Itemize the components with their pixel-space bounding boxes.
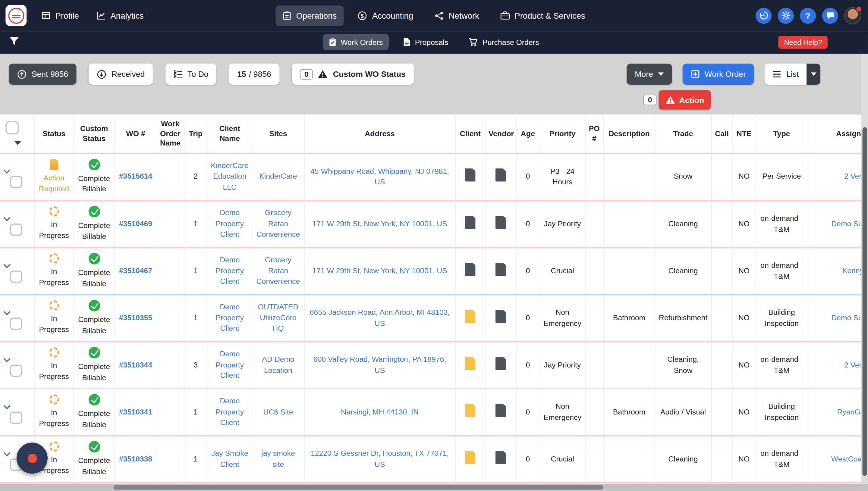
action-count-badge: 0 bbox=[643, 94, 656, 105]
client-name-link[interactable]: Demo Property Client bbox=[216, 209, 244, 238]
vendor-invoice-icon[interactable] bbox=[496, 357, 506, 370]
client-invoice-icon[interactable] bbox=[465, 168, 476, 182]
view-dropdown-button[interactable] bbox=[807, 63, 820, 85]
client-name-link[interactable]: KinderCare Education LLC bbox=[211, 162, 248, 191]
wo-number-link[interactable]: #3510338 bbox=[119, 455, 152, 463]
client-invoice-icon[interactable] bbox=[465, 216, 476, 229]
assigned-link[interactable]: 2 Ver bbox=[844, 360, 861, 369]
chat-button[interactable] bbox=[822, 7, 838, 24]
client-invoice-icon[interactable] bbox=[465, 263, 476, 276]
tab-work-orders[interactable]: Work Orders bbox=[323, 34, 389, 50]
site-link[interactable]: Grocery Ratan Convenience bbox=[256, 256, 300, 286]
filter-button[interactable] bbox=[9, 36, 19, 46]
address-link[interactable]: 6655 Jackson Road, Ann Arbor, MI 48103, … bbox=[310, 308, 450, 327]
nav-network[interactable]: Network bbox=[427, 5, 486, 26]
horizontal-scrollbar[interactable] bbox=[0, 484, 861, 491]
assigned-link[interactable]: Kenny bbox=[842, 267, 861, 275]
select-dropdown-icon[interactable] bbox=[15, 141, 21, 145]
nav-accounting[interactable]: $ Accounting bbox=[351, 5, 420, 26]
site-link[interactable]: jay smoke site bbox=[261, 449, 295, 468]
expand-chevron-icon[interactable] bbox=[3, 167, 10, 174]
help-button[interactable]: ? bbox=[800, 7, 816, 24]
received-button[interactable]: Received bbox=[89, 63, 153, 85]
expand-chevron-icon[interactable] bbox=[3, 449, 10, 456]
client-invoice-icon[interactable] bbox=[465, 404, 476, 417]
client-name-link[interactable]: Jay Smoke Client bbox=[211, 449, 248, 468]
list-view-button[interactable]: List bbox=[765, 63, 807, 85]
client-name-link[interactable]: Demo Property Client bbox=[216, 397, 244, 427]
address-link[interactable]: Narsingi, MH 44130, IN bbox=[341, 408, 419, 416]
row-checkbox[interactable] bbox=[10, 270, 22, 282]
horizontal-scrollbar-thumb[interactable] bbox=[114, 485, 604, 490]
new-work-order-button[interactable]: Work Order bbox=[682, 63, 754, 85]
client-name-link[interactable]: Demo Property Client bbox=[216, 303, 244, 333]
nav-operations[interactable]: Operations bbox=[276, 5, 344, 26]
wo-number-link[interactable]: #3510467 bbox=[119, 267, 152, 275]
client-name-link[interactable]: Demo Property Client bbox=[216, 256, 244, 286]
row-checkbox[interactable] bbox=[10, 411, 22, 424]
vertical-scrollbar[interactable] bbox=[861, 54, 868, 491]
complete-check-icon bbox=[88, 441, 100, 453]
sent-button[interactable]: Sent 9856 bbox=[9, 63, 76, 85]
row-checkbox[interactable] bbox=[10, 223, 22, 235]
vendor-invoice-icon[interactable] bbox=[496, 263, 506, 276]
site-link[interactable]: Grocery Ratan Convenience bbox=[256, 209, 300, 238]
expand-chevron-icon[interactable] bbox=[3, 355, 10, 362]
expand-chevron-icon[interactable] bbox=[3, 261, 10, 268]
company-logo[interactable] bbox=[5, 5, 27, 26]
nav-profile[interactable]: Profile bbox=[34, 5, 86, 26]
wo-number-link[interactable]: #3510469 bbox=[119, 220, 152, 228]
expand-chevron-icon[interactable] bbox=[3, 402, 10, 409]
nav-analytics[interactable]: Analytics bbox=[89, 5, 151, 26]
header-assigned: Assigned bbox=[808, 114, 861, 153]
expand-chevron-icon[interactable] bbox=[3, 308, 10, 315]
todo-button[interactable]: To Do bbox=[165, 63, 217, 85]
header-wo-number: WO # bbox=[114, 114, 157, 153]
client-name-link[interactable]: Demo Property Client bbox=[216, 350, 244, 379]
assigned-link[interactable]: 2 Ver bbox=[844, 172, 861, 181]
wo-number-link[interactable]: #3510341 bbox=[119, 408, 152, 416]
client-invoice-icon[interactable] bbox=[465, 451, 476, 464]
custom-wo-status-button[interactable]: 0 Custom WO Status bbox=[292, 63, 414, 85]
assigned-link[interactable]: RyanGott bbox=[837, 408, 861, 416]
vendor-invoice-icon[interactable] bbox=[496, 451, 506, 464]
select-all-checkbox[interactable] bbox=[5, 121, 19, 134]
address-link[interactable]: 12220 S Gessner Dr, Houston, TX 77071, U… bbox=[311, 449, 449, 468]
row-checkbox[interactable] bbox=[10, 364, 22, 376]
history-button[interactable] bbox=[756, 7, 772, 24]
vendor-invoice-icon[interactable] bbox=[496, 216, 506, 229]
expand-chevron-icon[interactable] bbox=[3, 214, 10, 221]
site-link[interactable]: AD Demo Location bbox=[262, 355, 294, 374]
address-link[interactable]: 45 Whippany Road, Whippany, NJ 07981, US bbox=[310, 167, 449, 186]
assigned-link[interactable]: Demo Subco bbox=[831, 220, 861, 228]
site-link[interactable]: UC6 Site bbox=[263, 408, 293, 416]
site-link[interactable]: KinderCare bbox=[259, 172, 297, 181]
vendor-invoice-icon[interactable] bbox=[496, 404, 506, 417]
client-invoice-icon[interactable] bbox=[465, 310, 476, 323]
assigned-link[interactable]: Demo Subco bbox=[831, 314, 861, 322]
assigned-link[interactable]: WestCoast S bbox=[831, 455, 861, 463]
vertical-scrollbar-thumb[interactable] bbox=[863, 127, 867, 475]
tab-proposals[interactable]: Proposals bbox=[397, 34, 454, 50]
tab-purchase-orders[interactable]: Purchase Orders bbox=[463, 34, 545, 50]
address-link[interactable]: 600 Valley Road, Warrington, PA 18976, U… bbox=[313, 355, 446, 374]
need-help-button[interactable]: Need Help? bbox=[779, 36, 828, 49]
wo-number-link[interactable]: #3510344 bbox=[119, 360, 152, 369]
vendor-invoice-icon[interactable] bbox=[496, 310, 506, 323]
client-invoice-icon[interactable] bbox=[465, 357, 476, 370]
wo-number-link[interactable]: #3515614 bbox=[119, 172, 152, 181]
action-button[interactable]: Action bbox=[659, 90, 711, 109]
settings-button[interactable] bbox=[778, 7, 794, 24]
row-checkbox[interactable] bbox=[10, 176, 22, 188]
nav-product-services[interactable]: Product & Services bbox=[493, 5, 592, 26]
complete-check-icon bbox=[88, 347, 100, 358]
row-checkbox[interactable] bbox=[10, 317, 22, 329]
address-link[interactable]: 171 W 29th St, New York, NY 10001, US bbox=[312, 267, 447, 275]
user-avatar[interactable] bbox=[844, 7, 861, 24]
wo-number-link[interactable]: #3510355 bbox=[119, 314, 152, 322]
address-link[interactable]: 171 W 29th St, New York, NY 10001, US bbox=[312, 220, 447, 228]
site-link[interactable]: OUTDATED UtilizeCore HQ bbox=[258, 303, 299, 333]
assistant-fab-button[interactable] bbox=[17, 442, 48, 473]
vendor-invoice-icon[interactable] bbox=[496, 168, 506, 182]
more-button[interactable]: More bbox=[626, 63, 672, 85]
